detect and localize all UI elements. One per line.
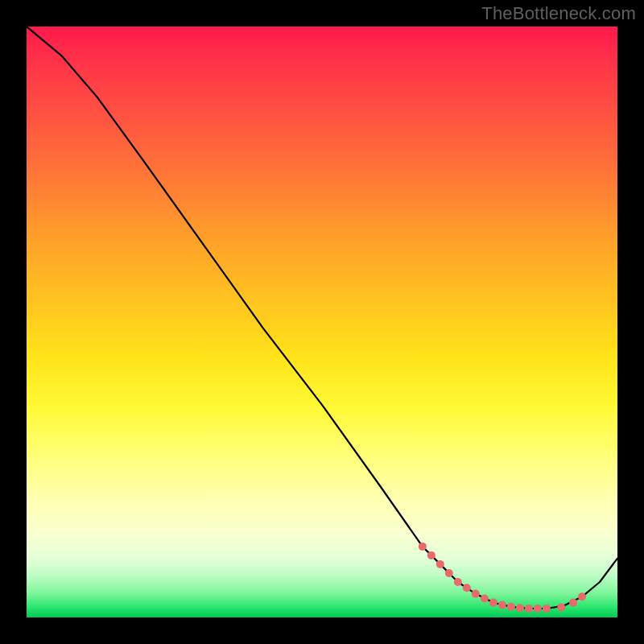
highlight-dot: [427, 551, 436, 559]
highlight-dot: [445, 569, 453, 577]
highlight-dot: [489, 599, 497, 607]
highlight-dot: [454, 578, 462, 586]
highlight-dot: [516, 604, 524, 612]
highlight-dot: [463, 584, 471, 592]
highlight-dot: [543, 605, 551, 613]
highlight-dot: [525, 605, 533, 613]
highlight-dot: [557, 604, 565, 612]
highlight-dot: [507, 603, 515, 611]
highlight-dot: [498, 601, 506, 609]
curve-layer: [27, 27, 617, 617]
highlight-dot: [419, 543, 427, 551]
chart-frame: TheBottleneck.com: [0, 0, 644, 644]
highlight-dot: [472, 590, 480, 598]
highlight-dot: [481, 595, 489, 603]
highlight-dots: [419, 543, 586, 613]
highlight-dot: [534, 605, 542, 613]
main-curve: [27, 27, 617, 609]
highlight-dot: [436, 560, 444, 568]
highlight-dot: [578, 592, 586, 601]
highlight-dot: [569, 599, 577, 607]
watermark-text: TheBottleneck.com: [481, 3, 636, 24]
